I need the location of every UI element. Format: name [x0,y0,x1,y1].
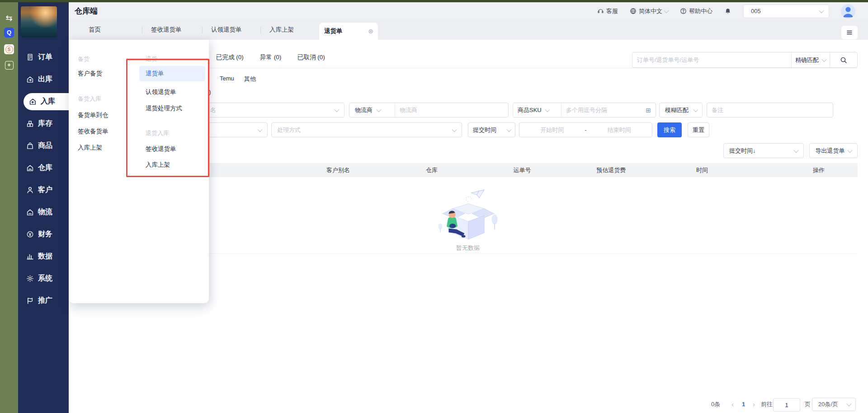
sidebar-item-promotion[interactable]: 推广 [18,290,69,312]
flyout-item-customer-stock[interactable]: 客户备货 [78,70,102,78]
tab-inbound-shelve[interactable]: 入库上架 [261,20,319,40]
sort-select[interactable]: 提交时间↓ [723,143,804,158]
sidebar-item-data[interactable]: 数据 [18,245,69,268]
chevron-down-icon [693,107,698,112]
prev-page-arrow[interactable]: ‹ [731,398,734,411]
sidebar-item-products[interactable]: 商品 [18,135,69,157]
chevron-down-icon [334,107,339,112]
customer-service-link[interactable]: 客服 [597,7,618,15]
handling-method-select[interactable]: 处理方式 [271,122,462,137]
platform-tab-temu[interactable]: Temu [220,75,234,82]
total-count: 0条 [711,398,720,411]
time-type-select[interactable]: 提交时间 [468,122,515,137]
globe-icon [630,8,637,14]
flyout-item-return-order-active[interactable]: 退货单 [139,66,205,81]
user-avatar[interactable] [841,4,855,19]
chevron-down-icon [819,8,824,13]
empty-state-text: 暂无数据 [434,244,502,252]
status-tab-abnormal[interactable]: 异常 (0) [260,53,281,61]
remark-field [707,103,833,117]
goto-page-input[interactable] [773,398,800,412]
expand-icon[interactable]: ⊞ [646,107,651,114]
reset-button[interactable]: 重置 [688,122,709,137]
order-search-bar: 精确匹配 [632,52,858,68]
col-warehouse: 仓库 [426,163,438,177]
next-page-arrow[interactable]: › [753,398,755,411]
status-tab-completed[interactable]: 已完成 (0) [216,53,244,61]
date-range-picker[interactable]: 开始时间 - 结束时间 [519,122,652,137]
sidebar-item-outbound[interactable]: 出库 [18,68,69,90]
search-icon [840,56,847,64]
tab-list-menu-button[interactable] [841,26,858,39]
tab-return-order-active[interactable]: 退货单 ⊗ [319,23,378,40]
sku-type-select[interactable]: 商品SKU [513,106,561,114]
page-title: 仓库端 [75,2,98,20]
s-app-icon[interactable]: S [0,44,18,54]
sidebar-item-warehouse[interactable]: 仓库 [18,157,69,179]
tab-sign-return[interactable]: 签收退货单 [142,20,203,40]
flyout-section-return: 退货 [146,55,157,63]
sku-input[interactable] [561,107,646,113]
tab-claim-return[interactable]: 认领退货单 [203,20,261,40]
page-size-select[interactable]: 20条/页 [812,398,856,411]
chevron-down-icon [846,401,851,406]
logistics-icon [26,208,34,216]
chevron-down-icon [452,127,457,131]
status-tab-cancelled[interactable]: 已取消 (0) [297,53,325,61]
search-icon-button[interactable] [830,56,857,64]
sidebar-item-finance[interactable]: 财务 [18,223,69,245]
inbound-flyout-menu: 备货 客户备货 备货入库 备货单到仓 签收备货单 入库上架 退货 退货单 认领退… [69,40,209,303]
swap-icon[interactable]: ⇆ [0,13,18,23]
main-sidebar: 订单 出库 入库 库存 商品 仓库 [18,2,69,413]
platform-tab-other[interactable]: 其他 [244,75,256,83]
chevron-down-icon [793,147,798,152]
logo-image[interactable] [21,6,57,38]
current-page[interactable]: 1 [742,398,745,411]
flyout-item-claim-return[interactable]: 认领退货单 [146,88,176,96]
flyout-item-stock-shelve[interactable]: 入库上架 [78,144,102,152]
outbound-icon [26,75,34,83]
language-switcher[interactable]: 简体中文 [630,7,668,15]
bell-icon [724,8,731,15]
help-center-link[interactable]: 帮助中心 [680,7,712,15]
flyout-item-stock-arrival[interactable]: 备货单到仓 [78,111,108,119]
tab-home[interactable]: 首页 [78,20,142,40]
sidebar-nav: 订单 出库 入库 库存 商品 仓库 [18,46,69,312]
match-mode-select[interactable]: 精确匹配 [792,56,830,64]
q-app-icon[interactable]: Q [0,28,18,38]
sidebar-item-inbound[interactable]: 入库 [24,93,69,110]
hidden-filter-select[interactable] [199,122,268,137]
flyout-item-sign-stock[interactable]: 签收备货单 [78,127,108,136]
remark-input[interactable] [707,107,833,113]
close-icon[interactable]: ⊗ [368,28,373,34]
sidebar-item-customers[interactable]: 客户 [18,179,69,201]
flyout-section-stock: 备货 [78,55,90,63]
sidebar-item-system[interactable]: 系统 [18,268,69,290]
flyout-item-return-shelve[interactable]: 入库上架 [146,161,170,169]
add-app-icon[interactable]: + [0,61,18,70]
col-customer-alias: 客户别名 [326,163,350,177]
carrier-input[interactable] [395,107,508,113]
carrier-type-select[interactable]: 物流商 [349,106,395,114]
fuzzy-match-select[interactable]: 模糊匹配 [659,103,703,117]
sidebar-item-logistics[interactable]: 物流 [18,201,69,223]
goto-label: 前往 [761,398,773,411]
headset-icon [597,8,604,14]
sidebar-item-orders[interactable]: 订单 [18,46,69,68]
notification-bell[interactable] [724,8,731,15]
customer-alias-select[interactable]: 名 [199,103,344,117]
search-button[interactable]: 搜索 [657,122,682,137]
person-icon [841,4,855,19]
flyout-item-sign-return[interactable]: 签收退货单 [146,145,176,153]
sidebar-item-inventory[interactable]: 库存 [18,113,69,135]
flyout-item-return-handling[interactable]: 退货处理方式 [146,104,182,113]
end-date-input[interactable]: 结束时间 [587,126,652,134]
inbound-icon [29,98,37,105]
flyout-section-return-inbound: 退货入库 [146,129,169,137]
export-return-orders-button[interactable]: 导出退货单 [809,143,858,158]
start-date-input[interactable]: 开始时间 [519,126,585,134]
chevron-down-icon [821,56,826,61]
order-search-input[interactable] [632,56,791,63]
account-select[interactable]: 005 [743,5,829,18]
inventory-icon [26,120,34,127]
